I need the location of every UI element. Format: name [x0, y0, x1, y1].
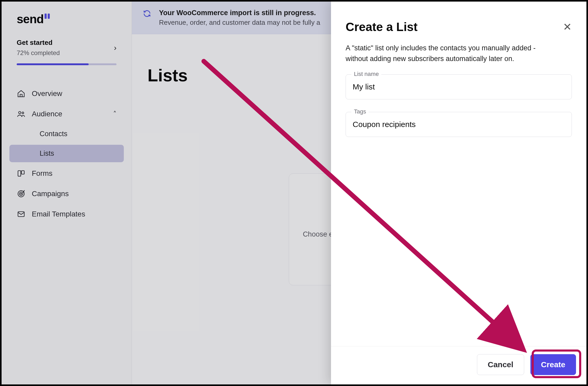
list-name-label: List name [351, 71, 381, 77]
cancel-button[interactable]: Cancel [477, 354, 524, 375]
app-frame: send Get started 72% completed › Overvie… [0, 0, 588, 386]
close-icon[interactable]: ✕ [563, 22, 572, 32]
drawer-title: Create a List [346, 20, 418, 34]
tags-label: Tags [351, 108, 369, 115]
tags-field: Tags [346, 112, 572, 137]
drawer-footer: Cancel Create [331, 346, 586, 384]
list-name-field: List name [346, 74, 572, 99]
create-list-drawer: Create a List ✕ A "static" list only inc… [331, 2, 586, 384]
create-button[interactable]: Create [530, 354, 576, 375]
list-name-input[interactable] [346, 74, 572, 99]
drawer-description: A "static" list only includes the contac… [331, 34, 566, 64]
tags-input[interactable] [346, 112, 572, 137]
